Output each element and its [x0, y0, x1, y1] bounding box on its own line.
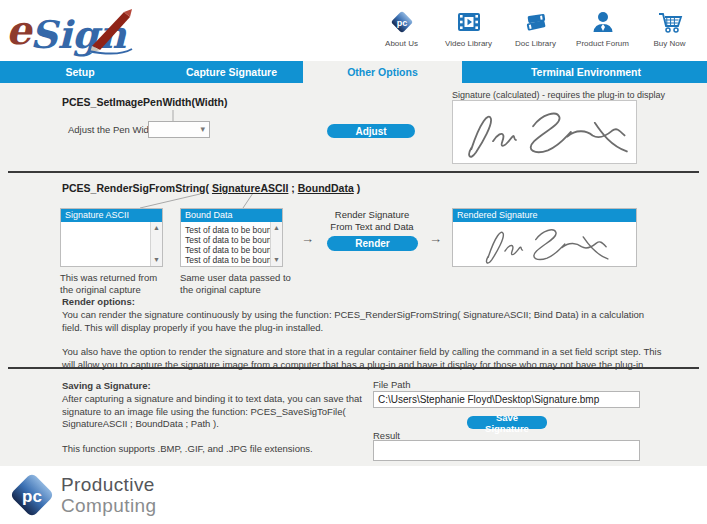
scroll-up-icon[interactable]: ▲	[271, 223, 282, 233]
esign-logo: e Sign	[4, 0, 154, 58]
bound-data-scrollbar[interactable]: ▲ ▼	[270, 222, 282, 266]
render-options-title: Render options:	[62, 296, 662, 309]
saving-paragraph-2: This function supports .BMP, .GIF, and .…	[62, 443, 362, 456]
nav-label: Video Library	[445, 39, 492, 48]
nav-label: Product Forum	[576, 39, 629, 48]
bound-data-row[interactable]: Test of data to be bound.	[181, 235, 270, 245]
file-path-label: File Path	[373, 379, 411, 392]
render-options-block: Render options: You can render the signa…	[62, 296, 662, 372]
render-label-line1: Render Signature	[317, 209, 427, 221]
pen-width-dropdown[interactable]: ▾	[148, 121, 210, 138]
footer-logo-letters: pc	[22, 487, 42, 506]
render-section-title: PCES_RenderSigFromString( SignatureASCII…	[62, 182, 360, 194]
rendered-signature-body	[453, 222, 636, 266]
bound-data-header: Bound Data	[181, 209, 282, 222]
section-divider	[8, 171, 699, 173]
signature-image	[453, 222, 636, 266]
tab-terminal-environment[interactable]: Terminal Environment	[465, 61, 707, 83]
title-param1: SignatureASCII	[212, 182, 288, 194]
flow-arrow-icon: →	[301, 231, 314, 246]
person-icon	[589, 8, 616, 35]
saving-section-title: Saving a Signature:	[62, 380, 362, 393]
title-prefix: PCES_RenderSigFromString(	[62, 182, 212, 194]
bound-data-row[interactable]: Test of data to be bound.	[181, 255, 270, 265]
pc-diamond-icon: pc	[388, 8, 415, 35]
footer-word-productive: Productive	[61, 474, 156, 495]
render-options-paragraph-1: You can render the signature continuousl…	[62, 309, 662, 335]
top-nav: pc About Us Video Library	[370, 8, 701, 48]
nav-label: Buy Now	[653, 39, 685, 48]
scroll-down-icon[interactable]: ▼	[151, 255, 162, 265]
bound-data-row[interactable]: Test of data to be bound.	[181, 265, 270, 266]
render-label-line2: From Text and Data	[317, 221, 427, 233]
esign-window: e Sign pc About Us	[0, 0, 707, 524]
tab-setup[interactable]: Setup	[0, 61, 160, 83]
rendered-signature-header: Rendered Signature	[453, 209, 636, 222]
books-icon	[522, 8, 549, 35]
content-area: PCES_SetImagePenWidth(Width) Adjust the …	[0, 83, 707, 466]
pen-width-section-title: PCES_SetImagePenWidth(Width)	[62, 96, 228, 108]
svg-text:pc: pc	[396, 18, 407, 28]
page-header: e Sign pc About Us	[0, 0, 707, 61]
scroll-up-icon[interactable]: ▲	[151, 223, 162, 233]
adjust-button[interactable]: Adjust	[327, 124, 415, 138]
title-param2: BoundData	[298, 182, 354, 194]
rendered-signature-box: Rendered Signature	[452, 208, 637, 267]
signature-calculated-caption: Signature (calculated) - requires the pl…	[452, 90, 665, 100]
productive-computing-wordmark: Productive Computing	[61, 474, 156, 516]
signature-ascii-body[interactable]	[61, 222, 150, 266]
flow-arrow-icon: →	[429, 231, 442, 246]
tab-capture-signature[interactable]: Capture Signature	[160, 61, 303, 83]
nav-buy-now[interactable]: Buy Now	[638, 8, 701, 48]
nav-label: About Us	[385, 39, 418, 48]
nav-product-forum[interactable]: Product Forum	[571, 8, 634, 48]
section-divider	[8, 367, 699, 369]
bound-data-body[interactable]: Test of data to be bound. Test of data t…	[181, 222, 270, 266]
signature-ascii-caption: This was returned from the original capt…	[60, 272, 172, 297]
title-separator: ;	[288, 182, 297, 194]
saving-paragraph-1: After capturing a signature and binding …	[62, 393, 362, 431]
signature-image	[453, 101, 636, 163]
save-signature-button[interactable]: Save Signature	[467, 416, 547, 429]
signature-ascii-listbox[interactable]: Signature ASCII ▲ ▼	[60, 208, 163, 267]
bound-data-listbox[interactable]: Bound Data Test of data to be bound. Tes…	[180, 208, 283, 267]
nav-video-library[interactable]: Video Library	[437, 8, 500, 48]
productive-computing-logo-icon: pc	[6, 469, 58, 521]
shopping-cart-icon	[656, 8, 683, 35]
bound-data-caption: Same user data passed to the original ca…	[180, 272, 295, 297]
scroll-down-icon[interactable]: ▼	[271, 255, 282, 265]
film-play-icon	[455, 8, 482, 35]
nav-label: Doc Library	[515, 39, 556, 48]
page-footer: pc Productive Computing	[0, 466, 707, 524]
bound-data-row[interactable]: Test of data to be bound.	[181, 245, 270, 255]
result-input[interactable]	[373, 440, 640, 461]
chevron-down-icon: ▾	[200, 125, 205, 134]
signature-ascii-header: Signature ASCII	[61, 209, 162, 222]
title-suffix: )	[354, 182, 360, 194]
nav-doc-library[interactable]: Doc Library	[504, 8, 567, 48]
bound-data-row[interactable]: Test of data to be bound.	[181, 225, 270, 235]
tab-other-options[interactable]: Other Options	[303, 61, 462, 83]
pen-width-label: Adjust the Pen Width:	[68, 124, 159, 137]
render-button[interactable]: Render	[327, 236, 418, 251]
footer-word-computing: Computing	[61, 495, 156, 516]
tab-bar: Setup Capture Signature Other Options Te…	[0, 61, 707, 83]
saving-section-block: Saving a Signature: After capturing a si…	[62, 380, 362, 456]
file-path-input[interactable]	[373, 391, 640, 408]
signature-ascii-scrollbar[interactable]: ▲ ▼	[150, 222, 162, 266]
signature-calculated-box	[452, 100, 637, 164]
nav-about-us[interactable]: pc About Us	[370, 8, 433, 48]
render-signature-label: Render Signature From Text and Data	[317, 209, 427, 234]
